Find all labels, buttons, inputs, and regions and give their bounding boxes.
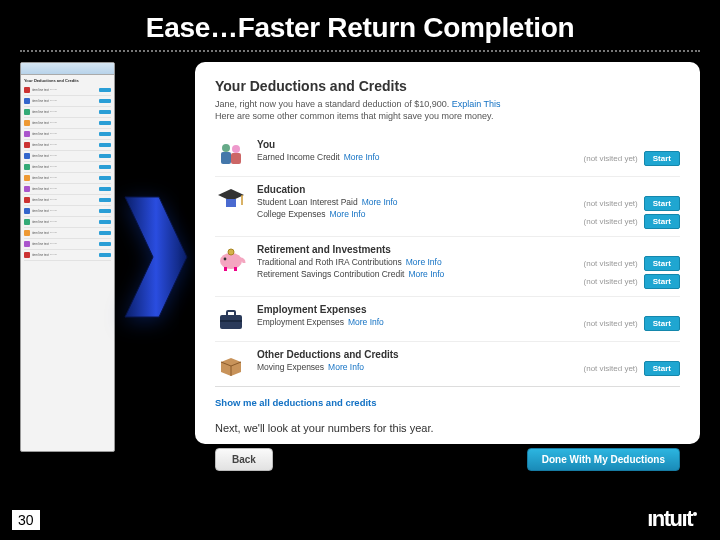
people-icon [215, 139, 247, 169]
thumb-row: item line text ········· [24, 129, 111, 140]
stage: Your Deductions and Credits item line te… [0, 62, 720, 482]
category-row: Retirement and InvestmentsTraditional an… [215, 237, 680, 297]
category-name: Retirement and Investments [257, 244, 574, 255]
item-label: Earned Income Credit [257, 152, 340, 162]
thumb-row: item line text ········· [24, 151, 111, 162]
start-button[interactable]: Start [644, 196, 680, 211]
svg-rect-9 [234, 267, 237, 271]
category-actions: (not visited yet)Start [584, 304, 680, 331]
category-item: College ExpensesMore Info [257, 209, 574, 219]
start-button[interactable]: Start [644, 256, 680, 271]
box-icon [215, 349, 247, 379]
category-body: Other Deductions and CreditsMoving Expen… [257, 349, 574, 372]
category-item: Moving ExpensesMore Info [257, 362, 574, 372]
page-number: 30 [12, 510, 40, 530]
svg-rect-3 [231, 153, 241, 164]
svg-point-2 [232, 145, 240, 153]
category-body: Employment ExpensesEmployment ExpensesMo… [257, 304, 574, 327]
show-all-link[interactable]: Show me all deductions and credits [215, 397, 680, 408]
start-button[interactable]: Start [644, 316, 680, 331]
more-info-link[interactable]: More Info [408, 269, 444, 279]
more-info-link[interactable]: More Info [406, 257, 442, 267]
button-row: Back Done With My Deductions [215, 448, 680, 471]
item-label: College Expenses [257, 209, 326, 219]
svg-point-0 [222, 144, 230, 152]
item-action-row: (not visited yet)Start [584, 274, 680, 289]
more-info-link[interactable]: More Info [362, 197, 398, 207]
thumb-row: item line text ········· [24, 228, 111, 239]
svg-rect-4 [226, 199, 236, 207]
item-action-row: (not visited yet)Start [584, 151, 680, 166]
svg-rect-8 [224, 267, 227, 271]
category-name: You [257, 139, 574, 150]
intro-text: Jane, right now you have a standard dedu… [215, 98, 680, 122]
thumb-row: item line text ········· [24, 162, 111, 173]
category-body: EducationStudent Loan Interest PaidMore … [257, 184, 574, 219]
thumb-row: item line text ········· [24, 85, 111, 96]
grad-cap-icon [215, 184, 247, 214]
category-body: Retirement and InvestmentsTraditional an… [257, 244, 574, 279]
thumb-row: item line text ········· [24, 173, 111, 184]
visit-status: (not visited yet) [584, 259, 638, 268]
item-action-row: (not visited yet)Start [584, 256, 680, 271]
category-list: YouEarned Income CreditMore Info(not vis… [215, 132, 680, 387]
visit-status: (not visited yet) [584, 199, 638, 208]
item-label: Employment Expenses [257, 317, 344, 327]
intuit-logo: ıntuıt [647, 506, 698, 532]
start-button[interactable]: Start [644, 361, 680, 376]
thumb-row: item line text ········· [24, 206, 111, 217]
category-item: Retirement Savings Contribution CreditMo… [257, 269, 574, 279]
thumb-row: item line text ········· [24, 239, 111, 250]
divider [20, 50, 700, 52]
category-item: Employment ExpensesMore Info [257, 317, 574, 327]
category-name: Employment Expenses [257, 304, 574, 315]
category-name: Education [257, 184, 574, 195]
item-label: Moving Expenses [257, 362, 324, 372]
visit-status: (not visited yet) [584, 364, 638, 373]
item-action-row: (not visited yet)Start [584, 196, 680, 211]
start-button[interactable]: Start [644, 151, 680, 166]
svg-rect-1 [221, 152, 231, 164]
category-row: EducationStudent Loan Interest PaidMore … [215, 177, 680, 237]
thumb-row: item line text ········· [24, 217, 111, 228]
start-button[interactable]: Start [644, 214, 680, 229]
thumb-row: item line text ········· [24, 195, 111, 206]
briefcase-icon [215, 304, 247, 334]
more-info-link[interactable]: More Info [330, 209, 366, 219]
thumb-row: item line text ········· [24, 107, 111, 118]
done-button[interactable]: Done With My Deductions [527, 448, 680, 471]
next-step-text: Next, we'll look at your numbers for thi… [215, 422, 680, 434]
category-item: Earned Income CreditMore Info [257, 152, 574, 162]
thumb-row: item line text ········· [24, 96, 111, 107]
start-button[interactable]: Start [644, 274, 680, 289]
piggybank-icon [215, 244, 247, 274]
card-heading: Your Deductions and Credits [215, 78, 680, 94]
item-label: Student Loan Interest Paid [257, 197, 358, 207]
category-actions: (not visited yet)Start [584, 349, 680, 376]
svg-rect-13 [220, 320, 242, 322]
item-label: Retirement Savings Contribution Credit [257, 269, 404, 279]
visit-status: (not visited yet) [584, 319, 638, 328]
item-action-row: (not visited yet)Start [584, 316, 680, 331]
explain-this-link[interactable]: Explain This [452, 99, 501, 109]
thumb-row: item line text ········· [24, 118, 111, 129]
more-info-link[interactable]: More Info [348, 317, 384, 327]
category-actions: (not visited yet)Start(not visited yet)S… [584, 244, 680, 289]
visit-status: (not visited yet) [584, 217, 638, 226]
item-action-row: (not visited yet)Start [584, 361, 680, 376]
thumb-row: item line text ········· [24, 184, 111, 195]
item-action-row: (not visited yet)Start [584, 214, 680, 229]
category-actions: (not visited yet)Start(not visited yet)S… [584, 184, 680, 229]
more-info-link[interactable]: More Info [344, 152, 380, 162]
more-info-link[interactable]: More Info [328, 362, 364, 372]
thumb-row: item line text ········· [24, 140, 111, 151]
chevron-right-icon [115, 62, 195, 452]
category-item: Traditional and Roth IRA ContributionsMo… [257, 257, 574, 267]
category-body: YouEarned Income CreditMore Info [257, 139, 574, 162]
category-row: Other Deductions and CreditsMoving Expen… [215, 342, 680, 387]
old-ui-thumbnail: Your Deductions and Credits item line te… [20, 62, 115, 452]
category-actions: (not visited yet)Start [584, 139, 680, 166]
item-label: Traditional and Roth IRA Contributions [257, 257, 402, 267]
back-button[interactable]: Back [215, 448, 273, 471]
slide-title: Ease…Faster Return Completion [0, 0, 720, 50]
